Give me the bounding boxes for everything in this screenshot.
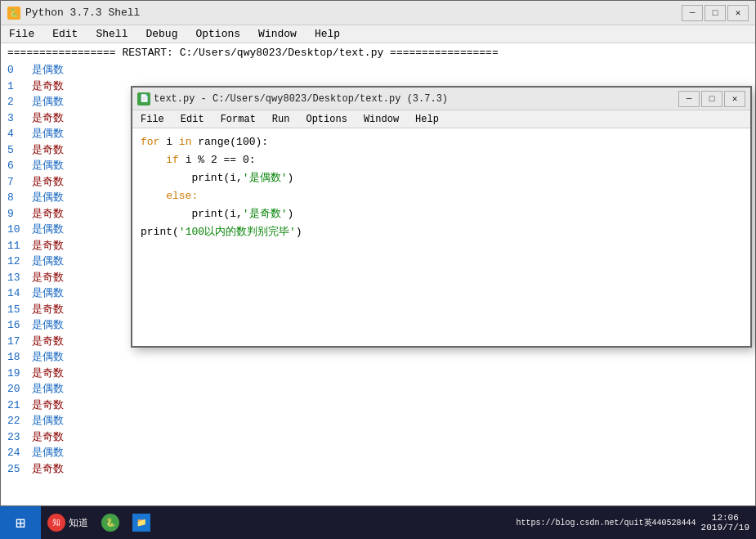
menu-edit[interactable]: Edit [47, 27, 83, 41]
output-line: 20 是偶数 [7, 381, 749, 398]
menu-help[interactable]: Help [310, 27, 345, 41]
maximize-button[interactable]: □ [705, 5, 726, 21]
output-line: 23 是奇数 [7, 429, 749, 446]
taskbar-item-1[interactable]: 知 知道 [41, 506, 95, 539]
output-line: 24 是偶数 [7, 445, 749, 461]
editor-menu-file[interactable]: File [136, 113, 169, 126]
taskbar-item-2[interactable]: 🐍 [95, 506, 126, 539]
menu-window[interactable]: Window [253, 27, 302, 41]
menu-debug[interactable]: Debug [141, 27, 182, 41]
taskbar-icon-3: 📁 [132, 514, 150, 532]
shell-titlebar: 🐍 Python 3.7.3 Shell ─ □ ✕ [1, 1, 755, 25]
output-line: 19 是奇数 [7, 366, 749, 382]
output-line: 25 是奇数 [7, 461, 749, 478]
output-line: 18 是偶数 [7, 349, 749, 366]
editor-title: text.py - C:/Users/qwy8023/Desktop/text.… [154, 93, 448, 105]
taskbar-icon-1: 知 [47, 514, 65, 532]
editor-menu-run[interactable]: Run [267, 113, 295, 126]
editor-close-button[interactable]: ✕ [724, 91, 745, 107]
menu-options[interactable]: Options [190, 27, 245, 41]
editor-maximize-button[interactable]: □ [701, 91, 722, 107]
output-line: 0 是偶数 [7, 62, 749, 79]
minimize-button[interactable]: ─ [682, 5, 703, 21]
editor-content[interactable]: for i in range(100): if i % 2 == 0: prin… [132, 128, 750, 344]
shell-menubar: File Edit Shell Debug Options Window Hel… [1, 25, 755, 43]
window-controls: ─ □ ✕ [682, 5, 749, 21]
editor-minimize-button[interactable]: ─ [678, 91, 700, 107]
taskbar-date-display: 2019/7/19 [701, 523, 749, 532]
taskbar-label-1: 知道 [69, 516, 88, 530]
code-line-1: for i in range(100): [141, 133, 742, 151]
taskbar-item-3[interactable]: 📁 [126, 506, 157, 539]
editor-controls: ─ □ ✕ [678, 91, 745, 107]
code-line-6: print('100以内的数判别完毕') [141, 223, 742, 241]
menu-shell[interactable]: Shell [91, 27, 132, 41]
editor-titlebar: 📄 text.py - C:/Users/qwy8023/Desktop/tex… [132, 88, 750, 110]
code-line-2: if i % 2 == 0: [141, 151, 742, 169]
taskbar-right: https://blog.csdn.net/quit英440528444 12:… [517, 513, 756, 532]
code-line-3: print(i,'是偶数') [141, 169, 742, 187]
close-button[interactable]: ✕ [727, 5, 749, 21]
shell-title-icon: 🐍 [7, 7, 20, 20]
output-line: 21 是奇数 [7, 398, 749, 414]
editor-menu-help[interactable]: Help [410, 113, 444, 126]
editor-title-icon: 📄 [137, 92, 150, 106]
editor-menu-format[interactable]: Format [216, 113, 261, 126]
editor-menu-options[interactable]: Options [301, 113, 351, 126]
taskbar-icon-2: 🐍 [101, 514, 119, 532]
taskbar-clock: 12:06 2019/7/19 [701, 513, 749, 532]
code-line-4: else: [141, 187, 742, 205]
start-button[interactable]: ⊞ [0, 506, 41, 539]
editor-window: 📄 text.py - C:/Users/qwy8023/Desktop/tex… [131, 86, 752, 348]
output-line: 22 是偶数 [7, 413, 749, 429]
editor-menu-edit[interactable]: Edit [176, 113, 209, 126]
editor-menubar: File Edit Format Run Options Window Help [132, 110, 750, 128]
taskbar-url: https://blog.csdn.net/quit英440528444 [517, 517, 696, 528]
taskbar: ⊞ 知 知道 🐍 📁 https://blog.csdn.net/quit英44… [0, 506, 756, 539]
menu-file[interactable]: File [4, 27, 39, 41]
taskbar-time-display: 12:06 [701, 513, 749, 523]
editor-menu-window[interactable]: Window [359, 113, 404, 126]
code-line-5: print(i,'是奇数') [141, 205, 742, 223]
shell-title: Python 3.7.3 Shell [25, 7, 140, 19]
restart-line: ================= RESTART: C:/Users/qwy8… [7, 47, 749, 59]
